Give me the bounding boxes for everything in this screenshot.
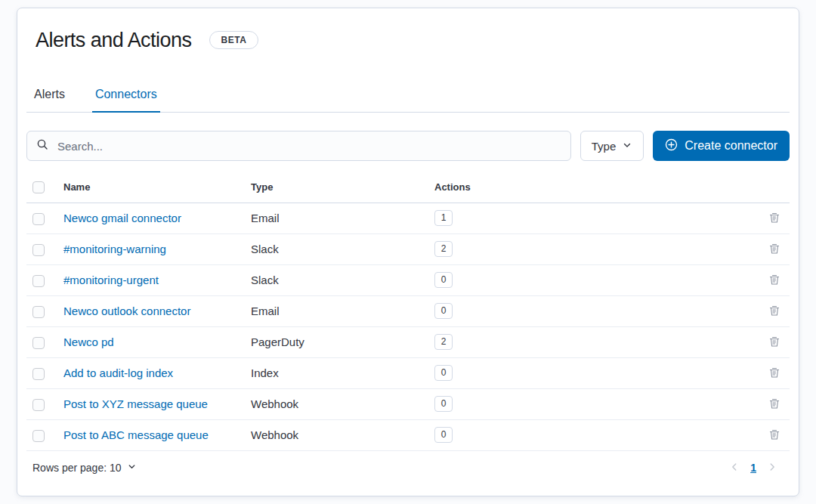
delete-connector-button[interactable] <box>767 272 782 287</box>
connector-name-link[interactable]: #monitoring-urgent <box>63 274 159 286</box>
connector-name-link[interactable]: Newco pd <box>63 335 114 348</box>
type-filter-label: Type <box>592 140 617 153</box>
connector-type: Index <box>251 366 279 379</box>
chevron-right-icon <box>767 462 777 475</box>
table-row: #monitoring-urgent Slack 0 <box>26 264 790 295</box>
connector-name-link[interactable]: #monitoring-warning <box>63 243 166 255</box>
toolbar: Type Create connector <box>26 131 790 161</box>
row-checkbox[interactable] <box>32 306 45 318</box>
tab-bar: Alerts Connectors <box>26 85 790 113</box>
rows-per-page-label: Rows per page: 10 <box>32 462 122 474</box>
next-page-button[interactable] <box>767 462 777 475</box>
chevron-down-icon <box>127 462 137 474</box>
column-header-actions: Actions <box>428 173 759 203</box>
chevron-left-icon <box>729 462 740 475</box>
connector-name-link[interactable]: Newco outlook connector <box>63 305 190 317</box>
select-all-checkbox[interactable] <box>32 181 45 193</box>
trash-icon <box>768 428 780 441</box>
table-row: Newco outlook connector Email 0 <box>26 295 790 326</box>
trash-icon <box>768 212 780 224</box>
rows-per-page-selector[interactable]: Rows per page: 10 <box>32 462 137 474</box>
table-row: Post to ABC message queue Webhook 0 <box>26 419 790 450</box>
delete-connector-button[interactable] <box>767 427 782 442</box>
row-checkbox[interactable] <box>32 430 45 442</box>
table-row: Post to XYZ message queue Webhook 0 <box>26 388 790 419</box>
pagination: 1 <box>729 462 784 475</box>
connector-type: PagerDuty <box>251 335 304 348</box>
page-number-1[interactable]: 1 <box>750 462 756 474</box>
create-connector-button[interactable]: Create connector <box>653 131 790 161</box>
connector-name-link[interactable]: Newco gmail connector <box>63 212 181 224</box>
connector-name-link[interactable]: Post to XYZ message queue <box>63 397 208 410</box>
connector-type: Slack <box>251 243 279 255</box>
actions-count-badge: 0 <box>434 303 453 319</box>
create-connector-label: Create connector <box>685 139 777 153</box>
actions-count-badge: 0 <box>434 365 453 381</box>
table-row: Newco gmail connector Email 1 <box>26 203 790 233</box>
table-row: Newco pd PagerDuty 2 <box>26 326 790 357</box>
column-header-type: Type <box>245 173 428 203</box>
tab-alerts[interactable]: Alerts <box>31 85 68 112</box>
search-box <box>26 131 571 161</box>
tab-connectors[interactable]: Connectors <box>92 85 160 113</box>
column-header-name: Name <box>57 173 245 203</box>
page-header: Alerts and Actions BETA <box>26 28 790 52</box>
trash-icon <box>768 397 780 410</box>
search-input[interactable] <box>56 139 561 153</box>
table-header-row: Name Type Actions <box>26 173 790 203</box>
connector-type: Webhook <box>251 428 298 441</box>
delete-connector-button[interactable] <box>767 210 782 225</box>
row-checkbox[interactable] <box>32 213 45 225</box>
trash-icon <box>768 274 780 286</box>
alerts-and-actions-panel: Alerts and Actions BETA Alerts Connector… <box>17 8 799 496</box>
row-checkbox[interactable] <box>32 368 45 380</box>
row-checkbox[interactable] <box>32 244 45 256</box>
actions-count-badge: 0 <box>434 272 453 288</box>
actions-count-badge: 2 <box>434 334 453 350</box>
trash-icon <box>768 366 780 379</box>
delete-connector-button[interactable] <box>767 303 782 318</box>
row-checkbox[interactable] <box>32 275 45 287</box>
plus-circle-icon <box>665 138 678 154</box>
actions-count-badge: 1 <box>434 210 453 226</box>
connectors-table-body: Newco gmail connector Email 1 #monitorin… <box>26 203 790 450</box>
table-row: Add to audit-log index Index 0 <box>26 357 790 388</box>
actions-count-badge: 2 <box>434 241 453 257</box>
actions-count-badge: 0 <box>434 396 453 412</box>
connector-name-link[interactable]: Post to ABC message queue <box>63 428 209 441</box>
table-row: #monitoring-warning Slack 2 <box>26 233 790 264</box>
connector-name-link[interactable]: Add to audit-log index <box>63 366 173 379</box>
connector-type: Email <box>251 212 280 224</box>
chevron-down-icon <box>622 140 632 153</box>
previous-page-button[interactable] <box>729 462 740 475</box>
connectors-table: Name Type Actions Newco gmail connector … <box>26 173 790 451</box>
page-title: Alerts and Actions <box>36 28 191 52</box>
delete-connector-button[interactable] <box>767 365 782 380</box>
table-footer: Rows per page: 10 1 <box>26 451 790 475</box>
delete-connector-button[interactable] <box>767 396 782 411</box>
actions-count-badge: 0 <box>434 427 453 443</box>
row-checkbox[interactable] <box>32 399 45 411</box>
trash-icon <box>768 335 780 348</box>
connector-type: Slack <box>251 274 279 286</box>
row-checkbox[interactable] <box>32 337 45 349</box>
trash-icon <box>768 305 780 317</box>
delete-connector-button[interactable] <box>767 334 782 349</box>
type-filter-button[interactable]: Type <box>580 131 644 161</box>
connector-type: Webhook <box>251 397 298 410</box>
search-icon <box>36 138 48 153</box>
trash-icon <box>768 243 780 255</box>
connector-type: Email <box>251 305 280 317</box>
delete-connector-button[interactable] <box>767 241 782 256</box>
beta-badge: BETA <box>209 31 258 49</box>
